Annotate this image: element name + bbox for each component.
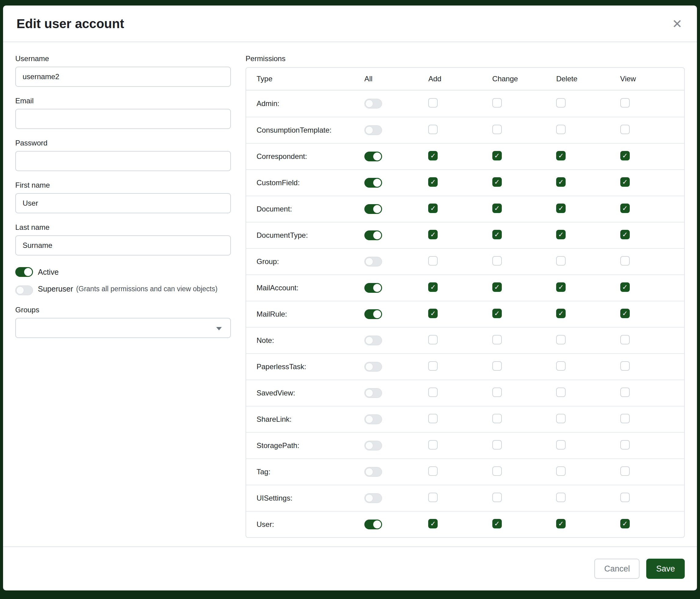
permission-all-toggle[interactable]	[364, 257, 382, 266]
permission-delete-checkbox[interactable]	[556, 440, 566, 450]
permission-add-checkbox[interactable]	[428, 493, 438, 502]
permission-add-checkbox[interactable]	[428, 256, 438, 266]
column-header-all: All	[364, 75, 428, 83]
permission-delete-checkbox[interactable]	[556, 256, 566, 266]
permission-all-toggle[interactable]	[364, 467, 382, 477]
permission-change-checkbox[interactable]	[492, 177, 502, 187]
permission-change-checkbox[interactable]	[492, 309, 502, 318]
close-icon[interactable]: ✕	[671, 17, 683, 31]
permission-view-checkbox[interactable]	[620, 98, 630, 107]
permission-all-toggle[interactable]	[364, 414, 382, 424]
permission-all-toggle[interactable]	[364, 204, 382, 214]
permission-add-checkbox[interactable]	[428, 440, 438, 450]
superuser-toggle[interactable]	[15, 285, 33, 295]
permission-delete-checkbox[interactable]	[556, 230, 566, 239]
permission-change-checkbox[interactable]	[492, 125, 502, 134]
cancel-button[interactable]: Cancel	[594, 559, 640, 579]
permission-all-toggle[interactable]	[364, 309, 382, 319]
permission-change-checkbox[interactable]	[492, 414, 502, 423]
permission-all-toggle[interactable]	[364, 362, 382, 372]
permission-change-checkbox[interactable]	[492, 98, 502, 107]
permission-add-checkbox[interactable]	[428, 361, 438, 371]
permission-delete-checkbox[interactable]	[556, 98, 566, 107]
permission-change-checkbox[interactable]	[492, 440, 502, 450]
permission-add-checkbox[interactable]	[428, 230, 438, 239]
permission-row: Document:	[246, 196, 684, 222]
permission-add-checkbox[interactable]	[428, 466, 438, 476]
permission-view-checkbox[interactable]	[620, 309, 630, 318]
permission-delete-checkbox[interactable]	[556, 493, 566, 502]
permission-view-checkbox[interactable]	[620, 361, 630, 371]
permission-add-checkbox[interactable]	[428, 125, 438, 134]
permission-all-toggle[interactable]	[364, 231, 382, 240]
permission-all-toggle[interactable]	[364, 520, 382, 529]
permission-change-checkbox[interactable]	[492, 361, 502, 371]
permission-add-checkbox[interactable]	[428, 98, 438, 107]
permission-add-checkbox[interactable]	[428, 282, 438, 292]
permission-delete-checkbox[interactable]	[556, 466, 566, 476]
permission-view-checkbox[interactable]	[620, 282, 630, 292]
username-input[interactable]	[15, 67, 231, 87]
permission-add-checkbox[interactable]	[428, 309, 438, 318]
permission-view-checkbox[interactable]	[620, 256, 630, 266]
permission-all-toggle[interactable]	[364, 178, 382, 188]
groups-select[interactable]	[15, 318, 231, 338]
permission-type-label: Document:	[246, 205, 364, 213]
permission-view-checkbox[interactable]	[620, 230, 630, 239]
permission-view-checkbox[interactable]	[620, 335, 630, 344]
permission-change-checkbox[interactable]	[492, 282, 502, 292]
permission-all-toggle[interactable]	[364, 441, 382, 451]
permission-change-checkbox[interactable]	[492, 230, 502, 239]
permission-delete-checkbox[interactable]	[556, 282, 566, 292]
permission-view-checkbox[interactable]	[620, 387, 630, 397]
permission-view-checkbox[interactable]	[620, 151, 630, 161]
save-button[interactable]: Save	[646, 559, 685, 579]
permission-delete-checkbox[interactable]	[556, 203, 566, 213]
permission-delete-checkbox[interactable]	[556, 177, 566, 187]
permission-view-checkbox[interactable]	[620, 440, 630, 450]
first-name-input[interactable]	[15, 193, 231, 213]
permission-view-checkbox[interactable]	[620, 203, 630, 213]
permission-add-checkbox[interactable]	[428, 414, 438, 423]
permission-add-checkbox[interactable]	[428, 151, 438, 161]
permission-all-toggle[interactable]	[364, 388, 382, 398]
permission-delete-checkbox[interactable]	[556, 519, 566, 528]
permission-add-checkbox[interactable]	[428, 203, 438, 213]
permission-change-checkbox[interactable]	[492, 335, 502, 344]
permission-view-checkbox[interactable]	[620, 177, 630, 187]
permission-change-checkbox[interactable]	[492, 387, 502, 397]
permission-add-checkbox[interactable]	[428, 335, 438, 344]
last-name-input[interactable]	[15, 235, 231, 256]
permission-view-checkbox[interactable]	[620, 493, 630, 502]
permission-delete-checkbox[interactable]	[556, 414, 566, 423]
permission-change-checkbox[interactable]	[492, 466, 502, 476]
permission-view-checkbox[interactable]	[620, 519, 630, 528]
permission-all-toggle[interactable]	[364, 283, 382, 293]
permission-view-checkbox[interactable]	[620, 125, 630, 134]
permission-all-toggle[interactable]	[364, 336, 382, 345]
permission-delete-checkbox[interactable]	[556, 151, 566, 161]
permission-add-checkbox[interactable]	[428, 177, 438, 187]
email-input[interactable]	[15, 109, 231, 129]
permission-change-checkbox[interactable]	[492, 519, 502, 528]
active-toggle[interactable]	[15, 267, 33, 277]
permission-all-toggle[interactable]	[364, 493, 382, 503]
permission-add-checkbox[interactable]	[428, 387, 438, 397]
permission-delete-checkbox[interactable]	[556, 361, 566, 371]
permission-delete-checkbox[interactable]	[556, 309, 566, 318]
permission-change-checkbox[interactable]	[492, 493, 502, 502]
permission-view-checkbox[interactable]	[620, 466, 630, 476]
permission-delete-checkbox[interactable]	[556, 125, 566, 134]
permission-add-checkbox[interactable]	[428, 519, 438, 528]
permission-type-label: User:	[246, 520, 364, 529]
permission-view-checkbox[interactable]	[620, 414, 630, 423]
permission-all-toggle[interactable]	[364, 151, 382, 161]
permission-all-toggle[interactable]	[364, 99, 382, 109]
permission-change-checkbox[interactable]	[492, 151, 502, 161]
permission-delete-checkbox[interactable]	[556, 335, 566, 344]
permission-delete-checkbox[interactable]	[556, 387, 566, 397]
permission-change-checkbox[interactable]	[492, 203, 502, 213]
permission-change-checkbox[interactable]	[492, 256, 502, 266]
password-input[interactable]	[15, 151, 231, 171]
permission-all-toggle[interactable]	[364, 125, 382, 135]
